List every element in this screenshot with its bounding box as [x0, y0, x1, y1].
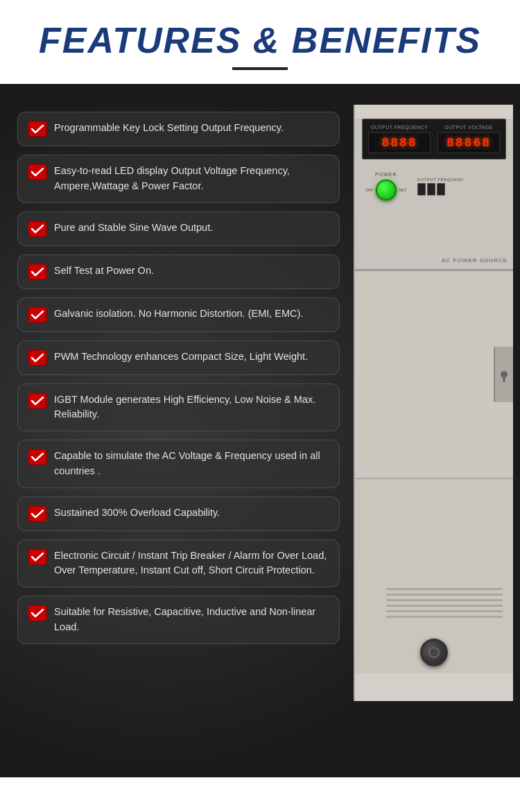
device-section: OUTPUT FREQUENCY OUTPUT VOLTAGE 8888 888… [354, 105, 520, 757]
power-section: POWER OFF SET [365, 172, 407, 200]
dark-section: Programmable Key Lock Setting Output Fre… [0, 84, 520, 777]
check-icon-8 [28, 449, 47, 465]
check-icon-10 [28, 548, 47, 565]
vent-line-1 [386, 588, 503, 590]
freq-digits: 8888 [368, 132, 431, 153]
check-icon-1 [28, 121, 47, 137]
key-hole [501, 371, 508, 378]
feature-text-9: Sustained 300% Overload Capability. [54, 506, 220, 521]
feature-text-6: PWM Technology enhances Compact Size, Li… [54, 349, 308, 365]
set-label: SET [399, 188, 407, 192]
volt-label: OUTPUT VOLTAGE [437, 125, 500, 130]
feature-text-11: Suitable for Resistive, Capacitive, Indu… [54, 605, 329, 635]
feature-text-1: Programmable Key Lock Setting Output Fre… [54, 121, 284, 136]
check-icon-6 [28, 349, 47, 366]
feature-text-4: Self Test at Power On. [54, 264, 154, 279]
device-bottom [355, 479, 513, 673]
display-area: OUTPUT FREQUENCY OUTPUT VOLTAGE 8888 888… [362, 119, 506, 159]
feature-item-3: Pure and Stable Sine Wave Output. [17, 211, 340, 246]
check-icon-7 [28, 392, 47, 409]
feature-item-1: Programmable Key Lock Setting Output Fre… [17, 112, 340, 146]
header-section: FEATURES & BENEFITS [0, 0, 520, 84]
check-icon-2 [28, 164, 47, 180]
feature-text-8: Capable to simulate the AC Voltage & Fre… [54, 449, 329, 479]
vent-line-5 [386, 610, 503, 612]
feature-item-2: Easy-to-read LED display Output Voltage … [17, 155, 340, 203]
switch-row [417, 183, 464, 196]
power-label: POWER [375, 172, 397, 177]
check-icon-9 [28, 506, 47, 522]
vent-lines [376, 574, 513, 632]
feature-item-7: IGBT Module generates High Efficiency, L… [17, 383, 340, 432]
feature-item-4: Self Test at Power On. [17, 254, 340, 289]
handle-area [494, 347, 513, 402]
wheel [420, 639, 448, 666]
check-icon-4 [28, 264, 47, 280]
device-image: OUTPUT FREQUENCY OUTPUT VOLTAGE 8888 888… [354, 105, 513, 701]
device-brand: AC POWER SOURCE [442, 257, 508, 264]
check-icon-11 [28, 605, 47, 621]
check-icon-5 [28, 306, 47, 323]
display-labels: OUTPUT FREQUENCY OUTPUT VOLTAGE [368, 125, 500, 130]
feature-text-5: Galvanic isolation. No Harmonic Distorti… [54, 306, 303, 322]
vent-line-4 [386, 605, 503, 607]
feature-text-7: IGBT Module generates High Efficiency, L… [54, 392, 329, 423]
feature-text-2: Easy-to-read LED display Output Voltage … [54, 164, 329, 194]
display-digits: 8888 88868 [368, 132, 500, 153]
feature-text-3: Pure and Stable Sine Wave Output. [54, 221, 213, 236]
feature-item-11: Suitable for Resistive, Capacitive, Indu… [17, 596, 340, 644]
device-mid [355, 271, 513, 479]
off-label: OFF [365, 188, 374, 192]
feature-item-10: Electronic Circuit / Instant Trip Breake… [17, 539, 340, 588]
title-underline [232, 67, 288, 70]
mini-switch-2[interactable] [427, 183, 435, 196]
feature-item-5: Galvanic isolation. No Harmonic Distorti… [17, 297, 340, 332]
mini-switch-1[interactable] [417, 183, 426, 196]
volt-digits: 88868 [437, 132, 500, 153]
features-list: Programmable Key Lock Setting Output Fre… [0, 105, 354, 757]
feature-text-10: Electronic Circuit / Instant Trip Breake… [54, 548, 329, 579]
freq-switch-label: OUTPUT FREQUENC [417, 178, 464, 182]
power-switch-group: OFF SET [365, 180, 407, 200]
feature-item-6: PWM Technology enhances Compact Size, Li… [17, 340, 340, 375]
device-panel-top: OUTPUT FREQUENCY OUTPUT VOLTAGE 8888 888… [355, 119, 513, 271]
power-button[interactable] [376, 180, 397, 200]
freq-label: OUTPUT FREQUENCY [368, 125, 431, 130]
vent-line-2 [386, 594, 503, 596]
page-title: FEATURES & BENEFITS [14, 21, 506, 60]
feature-item-9: Sustained 300% Overload Capability. [17, 496, 340, 531]
controls-area: POWER OFF SET OUTPUT FREQUENC [355, 166, 513, 206]
freq-switches: OUTPUT FREQUENC [417, 178, 464, 196]
vent-line-3 [386, 599, 503, 601]
feature-item-8: Capable to simulate the AC Voltage & Fre… [17, 440, 340, 488]
vent-line-6 [386, 616, 503, 618]
mini-switch-3[interactable] [437, 183, 445, 196]
check-icon-3 [28, 221, 47, 237]
